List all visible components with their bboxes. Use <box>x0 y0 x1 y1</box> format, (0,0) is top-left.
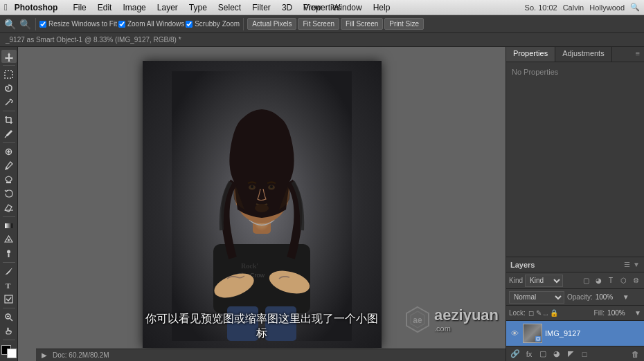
print-size-button[interactable]: Print Size <box>384 18 424 30</box>
layer-new-icon[interactable]: □ <box>578 348 591 360</box>
fill-screen-button[interactable]: Fill Screen <box>341 18 383 30</box>
tool-eyedropper[interactable] <box>1 127 17 140</box>
tool-pen[interactable] <box>1 265 17 278</box>
tool-gradient[interactable] <box>1 219 17 232</box>
tool-zoom-out[interactable]: 🔍 <box>18 17 32 31</box>
document-tab[interactable]: _9127 as Smart Object-1 @ 8.33% (IMG_912… <box>6 36 181 44</box>
layer-mask-icon[interactable]: ▢ <box>537 348 549 360</box>
toolbar-separator-2 <box>243 18 244 30</box>
layers-collapse-icon[interactable]: ▼ <box>633 261 640 268</box>
tool-blur[interactable] <box>1 233 17 246</box>
filter-icons: ▢ ◕ T ⬡ ⚙ <box>580 275 641 286</box>
doc-size-label: Doc: 60.2M/80.2M <box>53 351 109 359</box>
tool-path-select[interactable] <box>1 293 17 306</box>
svg-point-4 <box>10 99 12 100</box>
menu-type[interactable]: Type <box>184 1 213 14</box>
svg-point-19 <box>8 239 10 241</box>
menu-filter[interactable]: Filter <box>247 1 276 14</box>
filter-type-icon[interactable]: T <box>605 275 616 286</box>
menu-layer[interactable]: Layer <box>152 1 184 14</box>
layer-delete-icon[interactable]: 🗑 <box>629 348 641 360</box>
tool-move[interactable] <box>1 50 17 63</box>
layer-row[interactable]: 👁 IMG_9127 <box>506 321 644 346</box>
layers-lock-row: Lock: ◻ ✎ ⎵ 🔒 Fill: 100% ▼ <box>506 306 644 321</box>
layer-group-icon[interactable]: ◤ <box>564 348 577 360</box>
layers-menu-icon[interactable]: ☰ <box>624 261 630 268</box>
lock-all-icon[interactable]: 🔒 <box>550 309 558 317</box>
svg-rect-43 <box>265 306 296 341</box>
tool-eraser[interactable] <box>1 201 17 214</box>
tool-dodge[interactable] <box>1 247 17 260</box>
fill-arrow[interactable]: ▼ <box>634 309 641 317</box>
tool-wand[interactable] <box>1 95 17 109</box>
opacity-label: Opacity: <box>567 293 593 301</box>
fill-value[interactable]: 100% <box>607 309 632 317</box>
tab-adjustments[interactable]: Adjustments <box>555 47 612 62</box>
resize-windows-checkbox[interactable]: Resize Windows to Fit <box>39 20 117 28</box>
lock-position-icon[interactable]: ⎵ <box>544 309 548 317</box>
menu-edit[interactable]: Edit <box>92 1 118 14</box>
tool-heal[interactable] <box>1 145 17 158</box>
svg-point-15 <box>6 167 8 169</box>
filter-adjust-icon[interactable]: ◕ <box>593 275 604 286</box>
toolbar: 🔍 🔍 Resize Windows to Fit Zoom All Windo… <box>0 15 644 33</box>
lock-label: Lock: <box>509 309 526 317</box>
actual-pixels-button[interactable]: Actual Pixels <box>247 18 296 30</box>
svg-point-40 <box>270 185 273 188</box>
tool-text[interactable]: T <box>1 279 17 292</box>
tool-separator-3 <box>3 142 15 143</box>
svg-text:Rock': Rock' <box>241 262 258 270</box>
svg-line-2 <box>6 101 10 105</box>
tool-marquee[interactable] <box>1 68 17 81</box>
tool-zoom-in[interactable]: 🔍 <box>3 17 17 31</box>
tab-properties[interactable]: Properties <box>506 47 555 62</box>
background-color[interactable] <box>7 349 17 358</box>
layer-fx-icon[interactable]: fx <box>523 348 535 360</box>
status-arrow[interactable]: ▶ <box>42 351 47 359</box>
opacity-arrow[interactable]: ▼ <box>623 293 629 301</box>
tool-stamp[interactable] <box>1 173 17 186</box>
menu-help[interactable]: Help <box>368 1 396 14</box>
layer-name: IMG_9127 <box>545 329 641 337</box>
app-name[interactable]: Photoshop <box>15 3 58 12</box>
tool-lasso[interactable] <box>1 82 17 95</box>
layer-link-icon[interactable]: 🔗 <box>509 348 521 360</box>
filter-pixel-icon[interactable]: ▢ <box>580 275 591 286</box>
menu-3d[interactable]: 3D <box>276 1 298 14</box>
menu-file[interactable]: File <box>67 1 91 14</box>
tool-brush[interactable] <box>1 159 17 172</box>
layer-adjustment-icon[interactable]: ◕ <box>551 348 563 360</box>
tool-hand[interactable] <box>1 324 17 337</box>
filter-kind-select[interactable]: Kind <box>525 275 563 287</box>
zoom-all-windows-checkbox[interactable]: Zoom All Windows <box>118 20 184 28</box>
layer-visibility-icon[interactable]: 👁 <box>509 329 520 337</box>
lock-pixels-icon[interactable]: ✎ <box>536 309 542 317</box>
panel-collapse-icon[interactable]: ≡ <box>632 47 644 62</box>
filter-smart-icon[interactable]: ⚙ <box>630 275 641 286</box>
tool-zoom[interactable] <box>1 311 17 324</box>
tool-separator-6 <box>3 308 15 308</box>
tool-crop[interactable] <box>1 113 17 127</box>
photo-background: Rock' The Crow <box>143 61 382 348</box>
foreground-background-colors[interactable] <box>1 345 17 358</box>
fit-screen-button[interactable]: Fit Screen <box>298 18 339 30</box>
menu-bar:  Photoshop File Edit Image Layer Type S… <box>0 0 644 15</box>
search-icon[interactable]: 🔍 <box>630 3 640 12</box>
layers-blend-row: Normal Opacity: 100% ▼ <box>506 289 644 306</box>
filter-shape-icon[interactable]: ⬡ <box>618 275 629 286</box>
blend-mode-select[interactable]: Normal <box>509 291 564 304</box>
scrubby-zoom-checkbox[interactable]: Scrubby Zoom <box>186 20 240 28</box>
tab-bar: _9127 as Smart Object-1 @ 8.33% (IMG_912… <box>0 33 644 47</box>
time-display: So. 10:02 <box>525 3 557 12</box>
tool-history-brush[interactable] <box>1 187 17 200</box>
menu-select[interactable]: Select <box>213 1 247 14</box>
apple-menu[interactable]:  <box>4 2 8 12</box>
user-name: Calvin <box>563 3 584 12</box>
svg-line-11 <box>5 136 6 138</box>
menu-image[interactable]: Image <box>117 1 151 14</box>
opacity-value[interactable]: 100% <box>596 293 620 301</box>
svg-text:T: T <box>6 281 11 290</box>
lock-transparent-icon[interactable]: ◻ <box>528 309 534 317</box>
menu-right: So. 10:02 Calvin Hollywood 🔍 <box>525 3 640 12</box>
tool-separator-4 <box>3 216 15 217</box>
